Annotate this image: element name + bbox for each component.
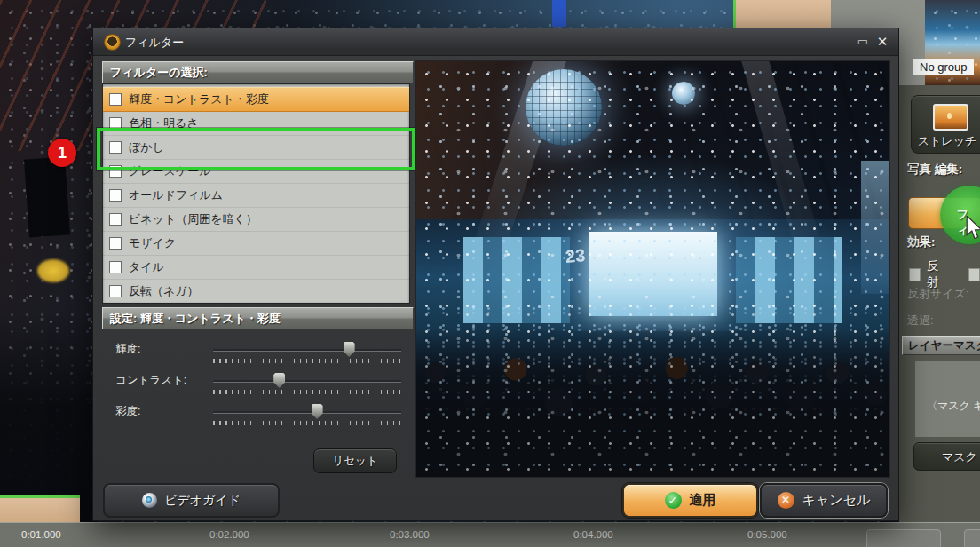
annotation-highlight-box <box>97 128 415 170</box>
apply-button-label: 適用 <box>690 492 716 509</box>
check-icon: ✓ <box>665 492 682 509</box>
second-effect-checkbox[interactable] <box>968 268 980 281</box>
filter-checkbox[interactable] <box>109 93 122 106</box>
slider-handle[interactable] <box>312 404 323 419</box>
preview-confetti-front <box>416 302 889 477</box>
dialog-titlebar[interactable]: フィルター ▭ ✕ <box>93 28 898 56</box>
slider-ticks <box>213 390 405 394</box>
filter-item[interactable]: 反転（ネガ） <box>103 280 409 304</box>
minimize-icon[interactable]: ▭ <box>853 32 873 52</box>
slider-label: コントラスト: <box>115 373 186 388</box>
stretch-photo-icon <box>933 104 968 131</box>
mask-button-label: マスク <box>942 449 977 465</box>
dialog-app-icon <box>104 34 121 51</box>
slider-track[interactable] <box>213 408 401 425</box>
reflection-checkbox[interactable] <box>909 268 921 281</box>
mouse-cursor-icon <box>964 216 980 244</box>
stretch-button-label: ストレッチ <box>912 133 980 149</box>
app-window: No group ストレッチ 写真 編集: フィ 効果: 反射 反射サイズ: 透… <box>0 0 980 547</box>
timeline-ruler[interactable]: 0:01.0000:02.0000:03.0000:04.0000:05.000 <box>0 522 980 547</box>
slider-line <box>213 349 401 351</box>
filter-label: オールドフィルム <box>129 187 223 203</box>
slider-ticks <box>213 421 405 425</box>
slider-label: 彩度: <box>115 404 140 419</box>
stretch-button[interactable]: ストレッチ <box>911 95 980 154</box>
filter-item[interactable]: オールドフィルム <box>103 184 409 208</box>
background-blue-bar <box>552 0 566 27</box>
filter-item[interactable]: 輝度・コントラスト・彩度 <box>103 87 409 112</box>
mask-button[interactable]: マスク <box>913 442 980 471</box>
close-icon[interactable]: ✕ <box>873 32 892 52</box>
filter-select-header: フィルターの選択: <box>102 61 414 83</box>
slider-track[interactable] <box>213 377 401 394</box>
slider-ticks <box>213 359 405 363</box>
cancel-button[interactable]: ✕ キャンセル <box>760 483 888 518</box>
timeline-timestamp: 0:02.000 <box>209 529 249 540</box>
reset-button[interactable]: リセット <box>313 448 397 473</box>
reflection-size-label: 反射サイズ: <box>907 286 969 302</box>
slider-line <box>213 411 401 413</box>
background-speaker <box>24 157 70 238</box>
filter-label: ビネット（周囲を暗く） <box>129 211 257 227</box>
filter-label: タイル <box>129 259 164 275</box>
filter-checkbox[interactable] <box>109 261 122 274</box>
filter-label: 輝度・コントラスト・彩度 <box>129 91 269 107</box>
slider-track[interactable] <box>213 345 401 363</box>
photo-edit-label: 写真 編集: <box>907 162 962 178</box>
filter-item[interactable]: モザイク <box>103 232 409 256</box>
group-label: No group <box>913 59 974 75</box>
effects-label: 効果: <box>907 234 936 250</box>
slider-row: 彩度: <box>102 397 410 428</box>
timeline-tool-button-2[interactable] <box>964 529 980 547</box>
slider-handle[interactable] <box>273 373 285 388</box>
transparency-label: 透過: <box>907 313 934 329</box>
slider-row: 輝度: <box>102 335 410 366</box>
filter-checkbox[interactable] <box>109 285 122 297</box>
filter-checkbox[interactable] <box>109 189 122 202</box>
slider-row: コントラスト: <box>102 366 410 397</box>
preview-image: 23 <box>415 60 890 478</box>
slider-handle[interactable] <box>344 342 355 357</box>
filter-checkbox[interactable] <box>109 213 122 226</box>
video-guide-button[interactable]: ビデオガイド <box>103 483 280 518</box>
slider-label: 輝度: <box>115 342 140 357</box>
filter-dialog: フィルター ▭ ✕ フィルターの選択: 輝度・コントラスト・彩度色相・明るさぼか… <box>92 28 899 521</box>
step-annotation-badge: 1 <box>48 139 76 167</box>
cancel-x-icon: ✕ <box>778 492 794 509</box>
background-crowd <box>0 311 98 524</box>
mask-placeholder-text: 〈マスク キ <box>927 399 980 414</box>
mask-preview-box[interactable]: 〈マスク キ <box>915 361 980 437</box>
timeline-timestamp: 0:01.000 <box>21 529 61 540</box>
dialog-title: フィルター <box>125 35 184 51</box>
slider-line <box>213 380 401 382</box>
filter-label: 反転（ネガ） <box>129 283 199 299</box>
timeline-timestamp: 0:03.000 <box>390 529 430 540</box>
timeline-timestamp: 0:04.000 <box>573 529 613 540</box>
settings-header: 設定: 輝度・コントラスト・彩度 <box>102 307 414 329</box>
background-light-blob <box>37 259 69 282</box>
timeline-tool-button[interactable] <box>866 529 941 547</box>
video-guide-label: ビデオガイド <box>164 493 241 509</box>
filter-label: モザイク <box>129 235 176 251</box>
apply-button[interactable]: ✓ 適用 <box>622 483 758 518</box>
timeline-timestamp: 0:05.000 <box>747 529 787 540</box>
filter-item[interactable]: ビネット（周囲を暗く） <box>103 208 409 232</box>
layer-mask-header: レイヤーマスク <box>902 336 980 355</box>
filter-list[interactable]: 輝度・コントラスト・彩度色相・明るさぼかしグレースケールオールドフィルムビネット… <box>102 83 410 304</box>
filter-item[interactable]: タイル <box>103 256 409 280</box>
cancel-button-label: キャンセル <box>802 492 871 509</box>
filter-checkbox[interactable] <box>109 237 122 250</box>
webcam-icon <box>142 493 157 508</box>
sliders: 輝度:コントラスト:彩度: <box>102 335 410 428</box>
